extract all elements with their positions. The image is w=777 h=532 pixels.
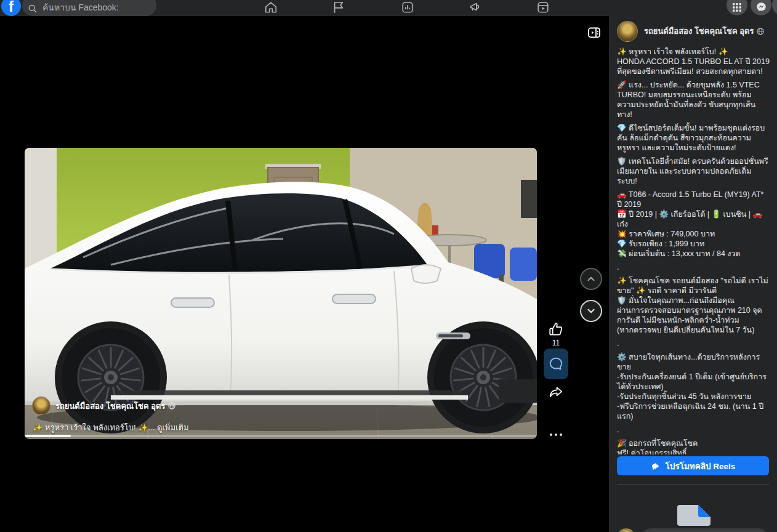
comment-composer[interactable]	[617, 528, 769, 532]
search-bar[interactable]	[22, 0, 156, 16]
page-avatar[interactable]	[32, 397, 50, 415]
insights-tab[interactable]	[400, 1, 415, 14]
globe-icon	[757, 28, 764, 35]
description-paragraph: 🚗 T066 - Accord 1.5 Turbo EL (MY19) AT* …	[617, 190, 770, 259]
reel-video[interactable]: รถยนต์มือสอง โชคคุณโชค อุดร ✨ หรูหรา เร้…	[25, 148, 537, 439]
more-options-button[interactable]	[547, 433, 565, 436]
comment-input[interactable]	[640, 528, 769, 532]
apps-grid-icon	[732, 2, 742, 12]
video-progress-bar[interactable]	[25, 435, 537, 437]
car-video-frame	[25, 148, 537, 439]
page-name[interactable]: รถยนต์มือสอง โชคคุณโชค อุดร	[55, 400, 165, 413]
video-caption: ✨ หรูหรา เร้าใจ พลังเทอร์โบ! ✨... ดูเพิ่…	[33, 421, 188, 434]
description-paragraph: .	[617, 339, 770, 349]
facebook-reels-viewer: f	[0, 0, 777, 532]
comment-button[interactable]	[544, 349, 568, 379]
share-button[interactable]	[548, 384, 564, 400]
sidebar-header: รถยนต์มือสอง โชคคุณโชค อุดร	[609, 16, 777, 42]
document-icon	[676, 505, 711, 526]
reel-stage: รถยนต์มือสอง โชคคุณโชค อุดร ✨ หรูหรา เร้…	[0, 16, 608, 532]
description-paragraph: .	[617, 262, 770, 272]
video-overlay-header[interactable]: รถยนต์มือสอง โชคคุณโชค อุดร	[32, 397, 175, 415]
apps-menu-button[interactable]	[727, 0, 747, 15]
description-paragraph: 🛡️ เทคโนโลยีล้ำสมัย! ครบครันด้วยออปชั่นพ…	[617, 156, 770, 186]
next-reel-button[interactable]	[580, 300, 602, 322]
like-count: 11	[542, 339, 570, 347]
collapse-sidebar-icon	[587, 25, 602, 40]
divider	[617, 484, 769, 485]
megaphone-icon	[651, 461, 661, 471]
video-icon	[536, 1, 550, 14]
page-avatar[interactable]	[617, 21, 638, 42]
thumbs-up-icon	[548, 321, 564, 337]
collapse-sidebar-button[interactable]	[585, 23, 603, 42]
pages-tab[interactable]	[331, 1, 346, 14]
description-paragraph: ✨ หรูหรา เร้าใจ พลังเทอร์โบ! ✨ HONDA ACC…	[617, 47, 770, 76]
megaphone-icon	[469, 1, 482, 14]
chevron-up-icon	[586, 273, 597, 284]
see-more-link[interactable]: ดูเพิ่มเติม	[157, 423, 188, 432]
post-description: ✨ หรูหรา เร้าใจ พลังเทอร์โบ! ✨ HONDA ACC…	[609, 42, 777, 521]
user-avatar	[617, 528, 635, 532]
caption-text: ✨ หรูหรา เร้าใจ พลังเทอร์โบ! ✨...	[33, 423, 155, 432]
description-paragraph: ⚙️ สบายใจทุกเส้นทาง...ด้วยบริการหลังการข…	[617, 352, 770, 421]
pages-flag-icon	[332, 1, 345, 14]
facebook-logo[interactable]: f	[1, 0, 21, 16]
description-paragraph: 💎 ดีไซน์สปอร์ตเต็มขั้น! มาพร้อมชุดแต่งรอ…	[617, 123, 770, 153]
description-paragraph: 🚀 แรง... ประหยัด... ด้วยขุมพลัง 1.5 VTEC…	[617, 80, 770, 119]
promote-reel-label: โปรโมทคลิป Reels	[666, 459, 736, 473]
description-paragraph: ✨ โชคคุณโชค รถยนต์มือสอง "รถไม่ดี เราไม่…	[617, 276, 770, 335]
promote-reel-button[interactable]: โปรโมทคลิป Reels	[617, 456, 769, 475]
share-arrow-icon	[548, 384, 564, 400]
insights-icon	[401, 1, 414, 14]
home-icon	[264, 1, 278, 14]
messenger-icon	[756, 2, 767, 12]
sidebar-bottom: โปรโมทคลิป Reels	[609, 454, 777, 532]
notifications-button[interactable]	[772, 0, 777, 15]
chevron-down-icon	[586, 305, 597, 316]
page-name[interactable]: รถยนต์มือสอง โชคคุณโชค อุดร	[644, 26, 754, 36]
like-button[interactable]	[548, 321, 564, 337]
post-details-sidebar: รถยนต์มือสอง โชคคุณโชค อุดร ✨ หรูหรา เร้…	[609, 16, 777, 532]
home-tab[interactable]	[264, 1, 278, 14]
ads-tab[interactable]	[468, 1, 483, 14]
description-paragraphs: ✨ หรูหรา เร้าใจ พลังเทอร์โบ! ✨ HONDA ACC…	[617, 47, 770, 507]
messenger-button[interactable]	[751, 0, 771, 15]
video-tab[interactable]	[536, 1, 550, 14]
search-input[interactable]	[41, 2, 146, 13]
search-icon	[28, 4, 37, 13]
empty-comments-illustration	[676, 505, 711, 526]
description-paragraph: .	[617, 425, 770, 435]
top-navigation-bar: f	[0, 0, 777, 16]
previous-reel-button[interactable]	[580, 268, 602, 290]
comment-bubble-icon	[548, 356, 564, 372]
video-progress-fill	[25, 435, 71, 437]
globe-icon	[168, 402, 175, 409]
